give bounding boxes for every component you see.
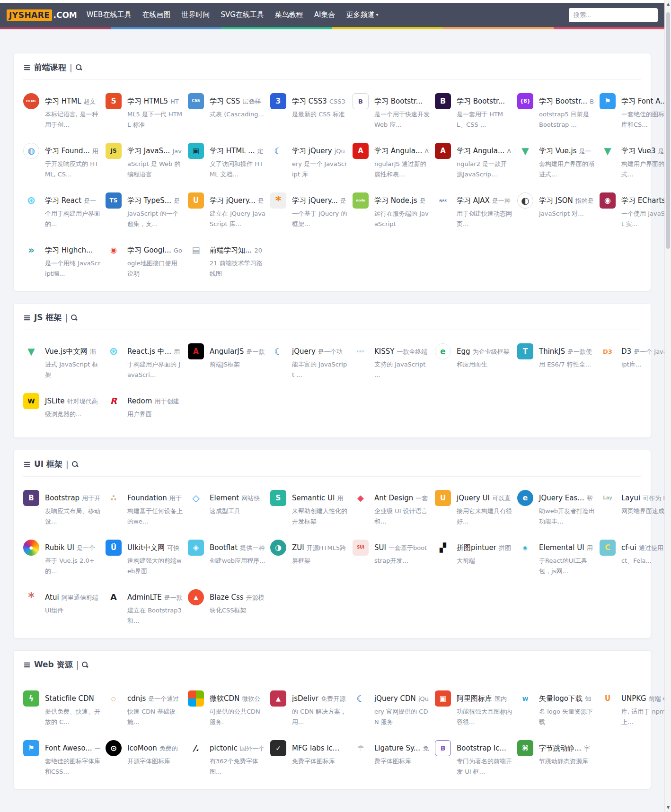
resource-card[interactable]: ◍ 学习 Found... 用于开发响应式的 HTML, CS... [23, 143, 101, 179]
resource-card[interactable]: e Egg 为企业级框架和应用而生 [435, 343, 512, 380]
resource-card[interactable]: ⌘ 字节跳动静... 字节跳动静态资源库 [517, 740, 595, 777]
resource-card[interactable]: C cf-ui 通过使用 React、Fela... [600, 540, 671, 576]
resource-description: 是一个用纯 JavaScript编... [45, 260, 100, 277]
search-icon[interactable] [82, 662, 88, 668]
resource-card[interactable]: ⊙ IcoMoon 免费的开源字体图标库 [106, 740, 183, 777]
resource-card[interactable]: U 学习 jQuery... 是建立在 jQuery JavaScript 库.… [188, 192, 265, 229]
resource-card[interactable]: 3 学习 CSS3 CSS3 是最新的 CSS 标准 [270, 93, 348, 130]
nav-item[interactable]: 菜鸟教程 [275, 10, 303, 19]
resource-card[interactable]: /. pictonic 国外一个有362个免费字体图... [188, 740, 265, 777]
resource-card[interactable]: Ü UIkit中文网 可快速构建强大的前端web界面 [106, 540, 183, 576]
site-logo[interactable]: JYSHARE .COM [7, 9, 77, 21]
search-icon[interactable] [72, 461, 78, 467]
resource-card[interactable]: CSS 学习 CSS 层叠样式表 (Cascading... [188, 93, 265, 130]
resource-card[interactable]: B Bootstrap 用于开发响应式布局、移动设... [23, 490, 101, 526]
scroll-up-arrow-icon[interactable]: ▲ [665, 1, 671, 8]
elemental-ui-icon: ◉ [517, 540, 533, 556]
resource-title: Rubik UI [45, 543, 74, 552]
font-awesome-icon: ⚑ [600, 93, 616, 109]
search-icon[interactable] [76, 64, 82, 70]
resource-card[interactable]: ✓ MFG labs ic... 免费字体图标库 [270, 740, 348, 777]
resource-title: UIkit中文网 [127, 543, 165, 552]
resource-card[interactable]: ▣ 阿里图标库 国内功能很强大且图标内容很... [435, 690, 512, 727]
resource-card[interactable]: ⊛ 学习 React 是一个用于构建用户界面的... [23, 192, 101, 229]
search-icon[interactable] [71, 314, 77, 321]
resource-card[interactable]: ☾ jQuery 是一个功能丰富的 JavaScript ... [270, 343, 348, 380]
resource-card[interactable]: ⚑ 学习 Font A... 是一套绝佳的图标字体库和CS... [600, 93, 671, 130]
resource-card[interactable]: A AdminLTE 是一款建立在 Bootstrap3和... [106, 589, 183, 626]
resource-card[interactable]: TS 学习 TypeS... 是 JavaScript 的一个超集，支... [106, 192, 183, 229]
nav-item[interactable]: WEB在线工具 [87, 10, 132, 19]
resource-card[interactable]: ◇ Element 网站快速成型工具 [188, 490, 265, 526]
resource-card[interactable]: e JQuery Eas... 帮助web开发者打造出功能丰... [517, 490, 595, 526]
list-icon: ≡ [23, 660, 31, 669]
resource-card[interactable]: ☾ 学习 jQuery jQuery 是一个 JavaScript 库 [270, 143, 348, 179]
resource-card[interactable]: ☂ Ligature Sy... 免费字体图标库 [353, 740, 430, 777]
resource-card[interactable]: ▼ Vue.js中文网 渐进式 JavaScript 框架 [23, 343, 101, 380]
resource-card[interactable]: A 学习 Angula... Angular2 是一款开源JavaScrip..… [435, 143, 512, 179]
resource-card[interactable]: ☾ jQuery CDN jQuery 官网提供的 CDN 服务 [353, 690, 430, 727]
resource-card[interactable]: ◉ 学习 ECharts 是一个使用 JavaScript 实... [600, 192, 671, 229]
nav-item[interactable]: 世界时间 [181, 10, 210, 19]
resource-card[interactable]: ⚑ Font Aweso... 一套绝佳的图标字体库和CSS... [23, 740, 101, 777]
resource-card[interactable]: ∴ Foundation 用于构建基于任何设备上的we... [106, 490, 183, 526]
resource-card[interactable]: A AngularJS 是一款前端JS框架 [188, 343, 265, 380]
resource-card[interactable]: AJAX 学习 AJAX 是一种用于创建快速动态网页... [435, 192, 512, 229]
resource-card[interactable]: ▼ 学习 Vue3 是一套构建用户界面的渐进式... [600, 143, 671, 179]
resource-card[interactable]: U jQuery UI 可以直接用它来构建具有很好... [435, 490, 512, 526]
resource-card[interactable]: ▼ 学习 Vue.js 是一套构建用户界面的渐进式... [517, 143, 595, 179]
resource-card[interactable]: D3 D3 是一个 JavaScript库... [600, 343, 671, 380]
resource-card[interactable]: 微软CDN 微软公司提供的公共CDN服务. [188, 690, 265, 727]
resource-card[interactable]: ◉ 学习 Googl... Google地图接口使用说明 [106, 242, 183, 279]
resource-title: ThinkJS [539, 347, 565, 356]
resource-card[interactable]: 5 学习 HTML5 HTML5 是下一代 HTML 标准 [106, 93, 183, 130]
resource-card[interactable]: ▲ Blaze Css 开源模块化CSS框架 [188, 589, 265, 626]
resource-card[interactable]: B Bootstrap Ic... 专门为著名的前端开发 UI 框... [435, 740, 512, 777]
resource-card[interactable]: ◑ ZUI 开源HTML5跨屏框架 [270, 540, 348, 576]
resource-card[interactable]: KISSY KISSY 一款全终端支持的 JavaScript ... [353, 343, 430, 380]
resource-card[interactable]: ◉ Elemental UI 用于React的UI工具包，js网... [517, 540, 595, 576]
resource-card[interactable]: R Redom 用于创建用户界面 [106, 393, 183, 425]
resource-card[interactable]: ▣ 学习 HTML ... 定义了访问和操作 HTML 文档... [188, 143, 265, 179]
resource-card[interactable]: T ThinkJS 是一款使用 ES6/7 特性全... [517, 343, 595, 380]
resource-card[interactable]: Lay Layui 可作为 PC 网页端界面速成开... [600, 490, 671, 526]
resource-card[interactable]: ⊛ React.js 中... 用于构建用户界面的 JavaScri... [106, 343, 183, 380]
nav-item[interactable]: AI集合 [314, 10, 336, 19]
resource-card[interactable]: B 学习 Bootstr... 是一个用于快速开发 Web 应... [353, 93, 430, 130]
resource-card[interactable]: JS 学习 JavaS... JavaScript 是 Web 的编程语言 [106, 143, 183, 179]
search-input[interactable] [569, 8, 658, 22]
rainbow-segment [332, 27, 443, 29]
nav-item[interactable]: 更多频道▾ [346, 10, 378, 19]
resource-card[interactable]: {B} 学习 Bootstr... Bootstrap5 目前是 Bootstr… [517, 93, 595, 130]
resource-card[interactable]: ϟ Staticfile CDN 提供免费、快速、开放的 C... [23, 690, 101, 727]
resource-card[interactable]: ◆ Ant Design 一套企业级 UI 设计语言和... [353, 490, 430, 526]
resource-card[interactable]: ◐ 学习 JSON 指的是 JavaScript 对... [517, 192, 595, 229]
resource-card[interactable]: ▞ 拼图pintuer 拼图大前端 [435, 540, 512, 576]
resource-card[interactable]: ◈ Bootflat 提供一种创建web应用程序... [188, 540, 265, 576]
resource-card[interactable]: ▤ 前端学习知... 2021 前端技术学习路线图 [188, 242, 265, 279]
echarts-icon: ◉ [600, 192, 616, 209]
resource-card[interactable]: HTML 学习 HTML 超文本标记语言, 是一种用于创... [23, 93, 101, 130]
resource-title: 学习 HTML [45, 97, 81, 105]
resource-card[interactable]: B 学习 Bootstr... 是一套用于 HTML、CSS ... [435, 93, 512, 130]
resource-card[interactable]: w 矢量logo下载 知名 logo 矢量资源下载 [517, 690, 595, 727]
resource-card[interactable]: A 学习 Angula... AngularJS 通过新的属性和表... [353, 143, 430, 179]
resource-card[interactable]: * 学习 jQuery... 是一个基于 jQuery 的框架... [270, 192, 348, 229]
resource-card[interactable]: ● Rubik UI 是一个基于 Vue.js 2.0+ 的... [23, 540, 101, 576]
resource-card[interactable]: * Atui 阿里通信前端UI组件 [23, 589, 101, 626]
resource-card[interactable]: W JSLite 针对现代高级浏览器的... [23, 393, 101, 425]
resource-card[interactable]: » 学习 Highch... 是一个用纯 JavaScript编... [23, 242, 101, 279]
resource-title: 矢量logo下载 [539, 694, 583, 703]
resource-card[interactable]: SUI SUI 一套基于bootstrap开发... [353, 540, 430, 576]
resource-title: 前端学习知... [210, 246, 252, 254]
resource-card[interactable]: ▲ jsDelivr 免费开源的 CDN 解决方案，用... [270, 690, 348, 727]
resource-card[interactable]: U UNPKG 前端 CDN 库, 适用于 npm 上... [600, 690, 671, 727]
resource-title: 学习 jQuery [292, 147, 332, 155]
nav-item[interactable]: SVG在线工具 [221, 10, 264, 19]
resource-card[interactable]: node 学习 Node.js 是运行在服务端的 JavaScript [353, 192, 430, 229]
resource-card[interactable]: ○ cdnjs 是一个通过快速 CDN 基础设施... [106, 690, 183, 727]
nav-item[interactable]: 在线画图 [142, 10, 170, 19]
scrollbar-thumb[interactable] [666, 12, 670, 249]
resource-card[interactable]: S Semantic UI 用来帮助创建人性化的开发框架 [270, 490, 348, 526]
scroll-down-arrow-icon[interactable]: ▼ [665, 804, 671, 811]
